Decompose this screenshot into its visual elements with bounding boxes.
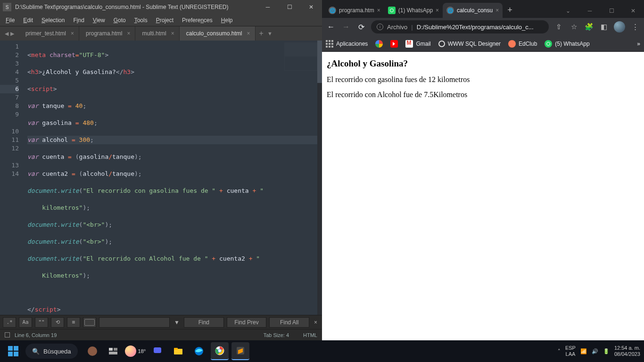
find-regex-toggle[interactable]: .* (3, 317, 16, 328)
vertical-scrollbar[interactable] (317, 41, 322, 315)
bookmarks-overflow-icon[interactable]: » (637, 41, 640, 47)
tab-nav-arrows[interactable]: ◀ ▶ (0, 26, 19, 41)
code-editor[interactable]: 1234567891011121314 <meta charset="UTF-8… (0, 41, 322, 315)
scrollbar-thumb[interactable] (317, 41, 322, 83)
tab-close-icon[interactable]: × (127, 30, 130, 37)
extensions-icon[interactable]: 🧩 (584, 23, 594, 31)
menu-project[interactable]: Project (152, 16, 177, 25)
tray-chevron-icon[interactable]: ˄ (558, 348, 561, 354)
cursor-position: Line 6, Column 19 (15, 332, 57, 338)
gmail-icon (405, 40, 413, 48)
svg-rect-6 (174, 348, 178, 350)
find-all-button[interactable]: Find All (269, 317, 309, 328)
menu-tools[interactable]: Tools (131, 16, 151, 25)
bookmark-whatsapp[interactable]: (5) WhatsApp (545, 40, 589, 48)
menu-view[interactable]: View (89, 16, 109, 25)
find-wrap-toggle[interactable]: ⟲ (51, 317, 64, 328)
bookmark-youtube[interactable] (390, 40, 398, 48)
profile-avatar[interactable] (614, 21, 625, 33)
sidebar-toggle-icon[interactable] (5, 332, 10, 337)
menu-preferences[interactable]: Preferences (178, 16, 216, 25)
find-prev-button[interactable]: Find Prev (227, 317, 267, 328)
menu-icon[interactable]: ⋮ (630, 23, 640, 31)
page-line-2: El recorrido con Alcohol fue de 7.5Kilom… (327, 90, 639, 99)
back-button[interactable]: ← (326, 23, 336, 31)
bookmark-google[interactable] (375, 40, 383, 48)
tab-programa[interactable]: programa.html× (79, 26, 135, 41)
minimize-button[interactable]: ─ (257, 0, 279, 14)
address-bar[interactable]: i Archivo | D:/Sublime%20Text/programas/… (371, 20, 549, 33)
taskbar-sublime[interactable] (231, 342, 249, 360)
browser-tab-calculo[interactable]: 🌐calculo_consu× (443, 3, 503, 18)
windows-logo-icon (8, 346, 18, 356)
side-panel-icon[interactable]: ◧ (599, 23, 609, 31)
menu-find[interactable]: Find (69, 16, 88, 25)
bookmark-apps[interactable]: Aplicaciones (326, 40, 368, 48)
find-input[interactable] (99, 317, 170, 328)
tab-close-icon[interactable]: × (71, 30, 74, 37)
task-view-button[interactable] (104, 342, 122, 360)
volume-icon[interactable]: 🔊 (592, 348, 598, 354)
weather-widget[interactable]: 18° (125, 346, 146, 357)
menu-help[interactable]: Help (217, 16, 237, 25)
maximize-button[interactable]: ☐ (601, 4, 622, 18)
tab-size[interactable]: Tab Size: 4 (264, 332, 289, 338)
tab-close-icon[interactable]: × (171, 30, 174, 37)
minimap[interactable] (284, 42, 317, 71)
menu-edit[interactable]: Edit (19, 16, 37, 25)
taskbar-pinned-app[interactable] (83, 342, 101, 360)
tab-dropdown-icon[interactable]: ▼ (267, 31, 272, 36)
new-tab-button[interactable]: + (503, 5, 517, 18)
menu-file[interactable]: File (2, 16, 18, 25)
find-history-dropdown[interactable]: ▼ (173, 319, 181, 326)
tab-multi[interactable]: multi.html× (135, 26, 179, 41)
code-area[interactable]: <meta charset="UTF-8"> <h3>¿Alcohol y Ga… (24, 41, 322, 315)
forward-button[interactable]: → (341, 23, 351, 31)
wifi-icon[interactable]: 📶 (580, 348, 587, 354)
maximize-button[interactable]: ☐ (279, 0, 300, 14)
browser-tab-whatsapp[interactable]: (1) WhatsApp× (384, 3, 443, 18)
tab-close-icon[interactable]: × (377, 7, 380, 14)
close-button[interactable]: ✕ (300, 0, 322, 14)
new-tab-button[interactable]: + (259, 29, 264, 38)
tab-primer-test[interactable]: primer_test.html× (19, 26, 79, 41)
find-case-toggle[interactable]: Aa (19, 317, 32, 328)
find-selection-toggle[interactable]: ≡ (67, 317, 80, 328)
tab-close-icon[interactable]: × (247, 30, 250, 37)
tab-close-icon[interactable]: × (495, 7, 499, 14)
find-button[interactable]: Find (184, 317, 224, 328)
tab-close-icon[interactable]: × (436, 7, 439, 14)
taskbar-chat[interactable] (149, 342, 166, 360)
chrome-titlebar[interactable]: 🌐programa.htm× (1) WhatsApp× 🌐calculo_co… (322, 0, 644, 18)
share-icon[interactable]: ⇧ (553, 23, 564, 31)
taskbar-chrome[interactable] (211, 342, 229, 360)
chevron-down-icon[interactable]: ⌄ (557, 4, 579, 18)
battery-icon[interactable]: 🔋 (603, 348, 610, 354)
bookmark-edclub[interactable]: EdClub (508, 40, 537, 48)
language-indicator[interactable]: ESPLAA (565, 345, 576, 357)
browser-tab-programa[interactable]: 🌐programa.htm× (325, 3, 384, 18)
find-whole-toggle[interactable]: "" (35, 317, 48, 328)
find-highlight-toggle[interactable] (83, 317, 96, 328)
taskbar-file-explorer[interactable] (169, 342, 187, 360)
page-title: ¿Alcohol y Gasolina? (327, 58, 639, 69)
minimize-button[interactable]: ─ (579, 4, 601, 18)
find-close-button[interactable]: × (312, 319, 319, 326)
menu-goto[interactable]: Goto (110, 16, 130, 25)
taskbar-edge[interactable] (190, 342, 208, 360)
clock[interactable]: 12:54 a. m.08/04/2023 (614, 345, 640, 357)
bookmark-sql-designer[interactable]: WWW SQL Designer (438, 41, 501, 47)
close-button[interactable]: ✕ (622, 4, 644, 18)
line-gutter: 1234567891011121314 (0, 41, 24, 315)
tab-calculo-consumo[interactable]: calculo_consumo.html× (180, 26, 256, 41)
reload-button[interactable]: ⟳ (356, 23, 366, 32)
sublime-titlebar[interactable]: S D:\Sublime Text\programas\calculo_cons… (0, 0, 322, 14)
bookmark-star-icon[interactable]: ☆ (569, 23, 579, 31)
search-icon: 🔍 (32, 348, 40, 355)
taskbar-search[interactable]: 🔍Búsqueda (25, 344, 78, 359)
menu-selection[interactable]: Selection (38, 16, 68, 25)
site-info-icon[interactable]: i (377, 24, 383, 30)
start-button[interactable] (4, 342, 23, 361)
syntax-mode[interactable]: HTML (303, 332, 317, 338)
bookmark-gmail[interactable]: Gmail (405, 40, 430, 48)
